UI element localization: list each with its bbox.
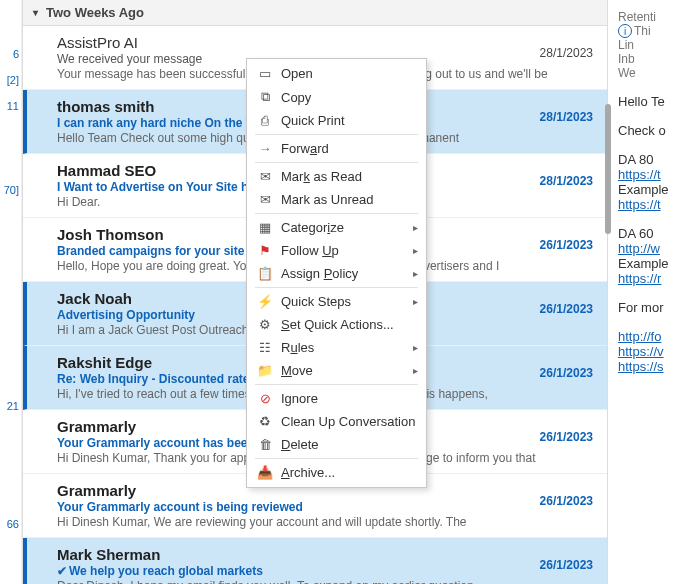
ctx-label: Rules [281,340,314,355]
body-link[interactable]: https://s [618,359,664,374]
ctx-quick-print[interactable]: ⎙Quick Print [247,109,426,132]
message-date: 26/1/2023 [540,238,593,252]
body-text: DA 60 [618,226,697,241]
mail-open-icon: ✉ [255,169,275,184]
message-subject: Your Grammarly account is being reviewed [57,500,595,514]
count-label: 6 [0,46,21,62]
ctx-label: Categorize [281,220,344,235]
message-date: 28/1/2023 [540,174,593,188]
message-date: 28/1/2023 [540,46,593,60]
ctx-archive[interactable]: 📥Archive... [247,461,426,484]
message-sender: AssistPro AI [57,34,595,51]
check-icon: ✔ [57,564,67,578]
ctx-label: Ignore [281,391,318,406]
ctx-mark-read[interactable]: ✉Mark as Read [247,165,426,188]
count-label: 11 [0,98,21,114]
ctx-separator [255,384,418,385]
folder-counts-column: 6 [2] 11 70] 21 66 [0,0,22,584]
count-label: 70] [0,182,21,198]
copy-icon: ⧉ [255,89,275,105]
message-date: 26/1/2023 [540,430,593,444]
ctx-label: Assign Policy [281,266,358,281]
ctx-set-quick-actions[interactable]: ⚙Set Quick Actions... [247,313,426,336]
categorize-icon: ▦ [255,220,275,235]
count-label: 21 [0,398,21,414]
retention-label: Retenti [618,10,697,24]
chevron-right-icon: ▸ [413,342,418,353]
ctx-label: Quick Print [281,113,345,128]
chevron-right-icon: ▸ [413,268,418,279]
info-icon: i [618,24,632,38]
ctx-label: Set Quick Actions... [281,317,394,332]
chevron-right-icon: ▸ [413,245,418,256]
body-text: DA 80 [618,152,697,167]
mail-icon: ✉ [255,192,275,207]
ctx-label: Mark as Read [281,169,362,184]
delete-icon: 🗑 [255,437,275,452]
body-link[interactable]: http://w [618,241,660,256]
archive-icon: 📥 [255,465,275,480]
message-date: 26/1/2023 [540,494,593,508]
flag-icon: ⚑ [255,243,275,258]
message-date: 26/1/2023 [540,366,593,380]
info-row: Lin [618,38,697,52]
chevron-down-icon: ▾ [33,7,38,18]
ctx-categorize[interactable]: ▦Categorize▸ [247,216,426,239]
count-label: 66 [0,516,21,532]
chevron-right-icon: ▸ [413,365,418,376]
ctx-mark-unread[interactable]: ✉Mark as Unread [247,188,426,211]
ctx-clean-up[interactable]: ♻Clean Up Conversation [247,410,426,433]
message-item-selected[interactable]: Mark Sherman ✔We help you reach global m… [23,538,607,584]
message-subject: ✔We help you reach global markets [57,564,595,578]
rules-icon: ☷ [255,340,275,355]
message-sender: Mark Sherman [57,546,595,563]
chevron-right-icon: ▸ [413,296,418,307]
ctx-assign-policy[interactable]: 📋Assign Policy▸ [247,262,426,285]
message-date: 26/1/2023 [540,302,593,316]
context-menu: ▭Open ⧉Copy ⎙Quick Print →Forward ✉Mark … [246,58,427,488]
ctx-separator [255,287,418,288]
ctx-label: Archive... [281,465,335,480]
info-row: Inb [618,52,697,66]
group-header-two-weeks-ago[interactable]: ▾ Two Weeks Ago [23,0,607,26]
body-text: For mor [618,300,697,315]
body-link[interactable]: https://t [618,167,661,182]
ctx-delete[interactable]: 🗑Delete [247,433,426,456]
ctx-label: Move [281,363,313,378]
ctx-label: Follow Up [281,243,339,258]
ctx-label: Forward [281,141,329,156]
ctx-label: Open [281,66,313,81]
ctx-follow-up[interactable]: ⚑Follow Up▸ [247,239,426,262]
ctx-label: Quick Steps [281,294,351,309]
ctx-ignore[interactable]: ⊘Ignore [247,387,426,410]
reading-pane: Retenti iThi Lin Inb We Hello Te Check o… [608,0,697,584]
ctx-separator [255,458,418,459]
body-link[interactable]: https://t [618,197,661,212]
gear-icon: ⚙ [255,317,275,332]
body-text: Hello Te [618,94,697,109]
ctx-copy[interactable]: ⧉Copy [247,85,426,109]
body-link[interactable]: https://v [618,344,664,359]
ctx-label: Clean Up Conversation [281,414,415,429]
message-date: 28/1/2023 [540,110,593,124]
body-link[interactable]: http://fo [618,329,661,344]
ctx-open[interactable]: ▭Open [247,62,426,85]
body-link[interactable]: https://r [618,271,661,286]
ctx-separator [255,162,418,163]
info-row: We [618,66,697,80]
policy-icon: 📋 [255,266,275,281]
ctx-label: Mark as Unread [281,192,373,207]
ctx-quick-steps[interactable]: ⚡Quick Steps▸ [247,290,426,313]
ctx-forward[interactable]: →Forward [247,137,426,160]
ctx-move[interactable]: 📁Move▸ [247,359,426,382]
info-text: Thi [634,24,651,38]
chevron-right-icon: ▸ [413,222,418,233]
ctx-label: Copy [281,90,311,105]
group-header-label: Two Weeks Ago [46,5,144,20]
lightning-icon: ⚡ [255,294,275,309]
ctx-rules[interactable]: ☷Rules▸ [247,336,426,359]
open-icon: ▭ [255,66,275,81]
move-icon: 📁 [255,363,275,378]
info-row: iThi [618,24,697,38]
ignore-icon: ⊘ [255,391,275,406]
